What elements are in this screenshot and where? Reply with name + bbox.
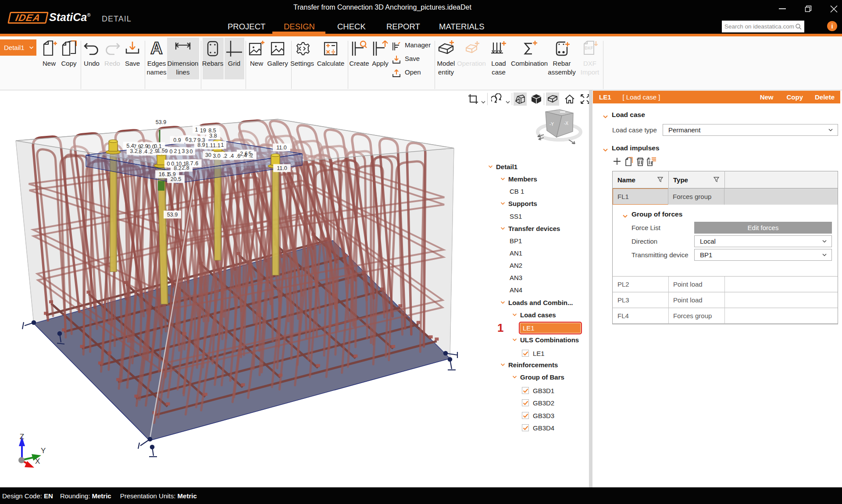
- svg-text:X: X: [35, 457, 40, 465]
- svg-text:.2: .2: [148, 149, 153, 155]
- svg-text:Y: Y: [41, 447, 46, 455]
- svg-text:0.9: 0.9: [173, 137, 181, 143]
- svg-text:53.9: 53.9: [156, 119, 166, 125]
- svg-text:2.8: 2.8: [182, 165, 189, 171]
- svg-text:0: 0: [167, 161, 170, 167]
- svg-text:1: 1: [178, 149, 181, 155]
- svg-text:3.7: 3.7: [189, 137, 196, 143]
- svg-text:5: 5: [249, 151, 252, 157]
- svg-text:.4: .4: [229, 153, 234, 159]
- svg-text:8.9: 8.9: [197, 142, 205, 148]
- svg-text:53.9: 53.9: [167, 212, 178, 218]
- svg-text:.6: .6: [194, 160, 198, 167]
- svg-text:1: 1: [221, 142, 224, 148]
- svg-text:9: 9: [165, 148, 168, 154]
- svg-text:3: 3: [186, 149, 189, 155]
- svg-text:1.1: 1.1: [213, 142, 220, 149]
- svg-text:DXF: DXF: [585, 46, 593, 51]
- svg-text:11.0: 11.0: [276, 145, 286, 151]
- svg-text:6: 6: [186, 136, 189, 142]
- svg-text:3.0: 3.0: [213, 153, 220, 159]
- svg-text:2.6: 2.6: [240, 151, 247, 157]
- svg-text:19: 19: [200, 128, 206, 134]
- svg-text:1: 1: [195, 127, 198, 133]
- svg-text:30: 30: [205, 152, 211, 158]
- svg-text:.2: .2: [223, 153, 227, 159]
- svg-text:-Y: -Y: [549, 122, 554, 127]
- svg-text:0: 0: [190, 149, 193, 155]
- svg-text:11.0: 11.0: [277, 165, 287, 171]
- svg-text:A: A: [150, 40, 162, 57]
- svg-text:8.2: 8.2: [174, 165, 181, 171]
- svg-text:2: 2: [174, 148, 177, 154]
- svg-text:3: 3: [182, 148, 185, 154]
- svg-text:Z: Z: [20, 433, 24, 441]
- svg-text:3.2: 3.2: [130, 148, 137, 154]
- svg-text:1.5: 1.5: [157, 148, 164, 154]
- svg-text:1.1: 1.1: [205, 142, 213, 149]
- svg-text:20.5: 20.5: [171, 176, 181, 182]
- svg-text:-X: -X: [564, 121, 568, 126]
- svg-text:.4: .4: [143, 149, 147, 155]
- svg-text:3.8: 3.8: [209, 133, 217, 139]
- svg-text:.8: .8: [137, 149, 142, 155]
- svg-text:0: 0: [170, 149, 173, 155]
